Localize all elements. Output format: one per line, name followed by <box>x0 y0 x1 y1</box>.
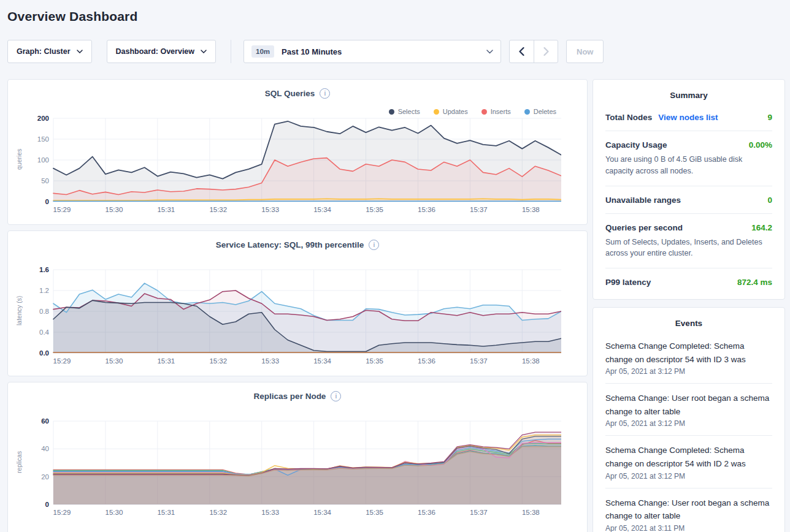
toolbar-divider <box>231 40 231 63</box>
x-axis-tick: 15:34 <box>313 357 331 365</box>
info-icon[interactable]: i <box>369 240 379 250</box>
summary-label: Total Nodes <box>605 113 652 122</box>
service-latency-chart[interactable]: 0.00.40.81.21.615:2915:3015:3115:3215:33… <box>24 265 561 369</box>
chart-title: Service Latency: SQL, 99th percentile <box>216 240 364 249</box>
legend-label: Inserts <box>491 108 511 115</box>
time-step-buttons <box>509 40 558 63</box>
dashboard-dropdown-label: Dashboard: Overview <box>116 47 195 56</box>
summary-row-unavailable-ranges: Unavailable ranges 0 <box>605 186 772 214</box>
x-axis-tick: 15:30 <box>105 206 123 213</box>
graph-dropdown[interactable]: Graph: Cluster <box>7 40 92 63</box>
x-axis-tick: 15:29 <box>53 357 71 365</box>
summary-row-capacity-usage: Capacity Usage 0.00% You are using 0 B o… <box>605 131 772 186</box>
summary-label: Queries per second <box>605 223 683 232</box>
chart-title: Replicas per Node <box>254 392 326 401</box>
prev-time-button[interactable] <box>510 40 534 63</box>
y-axis-tick: 40 <box>41 445 49 452</box>
y-axis-tick: 150 <box>37 135 49 143</box>
next-time-button[interactable] <box>534 40 558 63</box>
y-axis-tick: 200 <box>37 115 49 122</box>
time-range-badge: 10m <box>251 45 274 58</box>
time-range-selector[interactable]: 10m Past 10 Minutes <box>244 40 501 63</box>
toolbar: Graph: Cluster Dashboard: Overview 10m P… <box>7 40 785 63</box>
y-axis-label: queries <box>14 113 24 205</box>
x-axis-tick: 15:34 <box>313 206 331 213</box>
y-axis-tick: 0.4 <box>39 329 50 336</box>
summary-label: Capacity Usage <box>605 140 667 150</box>
chevron-down-icon <box>201 50 207 53</box>
legend-dot <box>524 109 530 115</box>
x-axis-tick: 15:36 <box>418 509 435 516</box>
dashboard-dropdown[interactable]: Dashboard: Overview <box>107 40 217 63</box>
chart-legend: SelectsUpdatesInsertsDeletes <box>389 108 556 115</box>
x-axis-tick: 15:31 <box>157 357 175 365</box>
legend-dot <box>434 109 439 115</box>
chart-title-row: Service Latency: SQL, 99th percentile i <box>8 240 587 250</box>
summary-value: 164.2 <box>751 223 772 232</box>
y-axis-label: replicas <box>14 416 24 508</box>
event-timestamp: Apr 05, 2021 at 3:12 PM <box>605 472 772 481</box>
summary-row-queries-per-second: Queries per second 164.2 Sum of Selects,… <box>605 214 772 269</box>
x-axis-tick: 15:31 <box>157 509 175 516</box>
main-content: SQL Queries i SelectsUpdatesInsertsDelet… <box>7 79 785 532</box>
summary-description: Sum of Selects, Updates, Inserts, and De… <box>605 237 772 260</box>
legend-label: Selects <box>398 108 420 115</box>
event-item: Schema Change Completed: Schema change o… <box>605 436 772 488</box>
summary-value: 0 <box>767 196 772 205</box>
y-axis-tick: 60 <box>41 417 49 425</box>
chart-area: queries 05010015020015:2915:3015:3115:32… <box>8 113 587 218</box>
x-axis-tick: 15:29 <box>53 509 71 516</box>
x-axis-tick: 15:38 <box>522 357 540 365</box>
summary-description: You are using 0 B of 4.5 GiB usable disk… <box>605 154 772 177</box>
x-axis-tick: 15:35 <box>366 206 383 213</box>
x-axis-tick: 15:33 <box>261 357 279 365</box>
info-icon[interactable]: i <box>320 88 330 99</box>
summary-label: P99 latency <box>605 278 651 287</box>
x-axis-tick: 15:30 <box>105 509 123 516</box>
page-title: Overview Dashboard <box>7 9 785 25</box>
x-axis-tick: 15:37 <box>470 357 488 365</box>
chart-title: SQL Queries <box>265 89 315 98</box>
event-timestamp: Apr 05, 2021 at 3:12 PM <box>605 367 772 376</box>
info-icon[interactable]: i <box>331 391 341 401</box>
chart-title-row: SQL Queries i <box>8 88 587 99</box>
legend-label: Deletes <box>534 108 556 115</box>
y-axis-tick: 100 <box>37 156 49 164</box>
replicas-per-node-chart[interactable]: 020406015:2915:3015:3115:3215:3315:3415:… <box>24 416 561 520</box>
legend-item-deletes: Deletes <box>524 108 556 115</box>
x-axis-tick: 15:29 <box>53 206 71 213</box>
x-axis-tick: 15:32 <box>209 509 227 516</box>
event-message: Schema Change: User root began a schema … <box>605 496 772 523</box>
chevron-left-icon <box>519 47 524 56</box>
summary-row-p99-latency: P99 latency 872.4 ms <box>605 268 772 295</box>
x-axis-tick: 15:30 <box>105 357 123 365</box>
event-message: Schema Change: User root began a schema … <box>605 392 772 418</box>
events-card: Events Schema Change Completed: Schema c… <box>592 307 785 532</box>
view-nodes-link[interactable]: View nodes list <box>658 113 718 122</box>
chevron-right-icon <box>543 47 549 56</box>
event-message: Schema Change Completed: Schema change o… <box>605 444 772 470</box>
x-axis-tick: 15:38 <box>522 509 540 516</box>
event-message: Schema Change Completed: Schema change o… <box>605 340 772 366</box>
y-axis-tick: 0.0 <box>39 349 49 357</box>
event-item: Schema Change: User root began a schema … <box>605 384 772 436</box>
legend-dot <box>389 109 394 115</box>
x-axis-tick: 15:36 <box>418 206 435 213</box>
summary-card: Summary Total Nodes View nodes list 9 Ca… <box>592 79 785 300</box>
graph-dropdown-label: Graph: Cluster <box>17 47 71 56</box>
overview-dashboard-page: Overview Dashboard Graph: Cluster Dashbo… <box>0 0 790 532</box>
chart-card-replicas-per-node: Replicas per Node i replicas 020406015:2… <box>7 382 588 532</box>
chart-title-row: Replicas per Node i <box>8 391 587 401</box>
x-axis-tick: 15:35 <box>366 509 383 516</box>
chart-area: replicas 020406015:2915:3015:3115:3215:3… <box>8 416 587 520</box>
x-axis-tick: 15:33 <box>261 206 279 213</box>
sql-queries-chart[interactable]: 05010015020015:2915:3015:3115:3215:3315:… <box>24 113 561 218</box>
x-axis-tick: 15:35 <box>366 357 383 365</box>
legend-item-selects: Selects <box>389 108 420 115</box>
summary-value: 9 <box>767 113 772 122</box>
now-button[interactable]: Now <box>566 40 604 63</box>
x-axis-tick: 15:36 <box>418 357 435 365</box>
y-axis-tick: 0.8 <box>39 308 49 315</box>
summary-value: 872.4 ms <box>737 278 772 287</box>
x-axis-tick: 15:33 <box>261 509 279 516</box>
